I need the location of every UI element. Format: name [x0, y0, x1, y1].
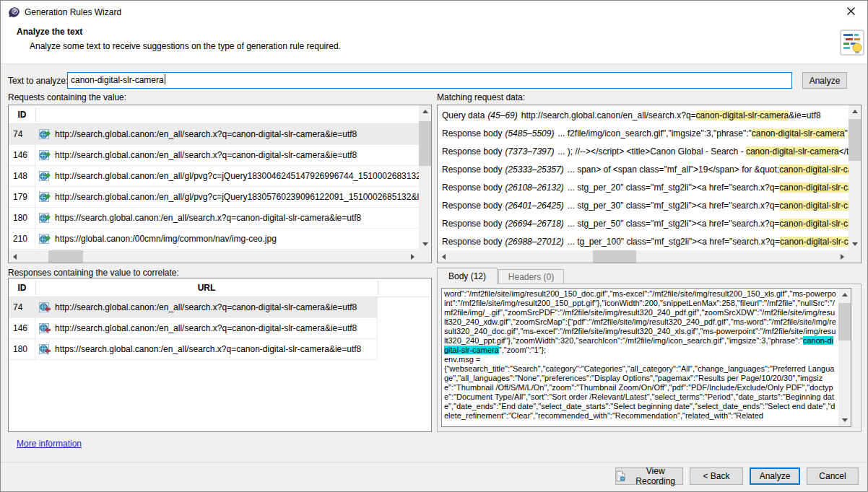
request-url-cell: http://search.global.canon:/en_all/gl/pv… — [35, 187, 419, 208]
response-url-text: http://search.global.canon:/en_all/searc… — [55, 323, 357, 333]
cancel-button[interactable]: Cancel — [807, 467, 859, 485]
scroll-down-arrow[interactable] — [419, 238, 431, 250]
back-button[interactable]: < Back — [690, 467, 743, 485]
view-recording-button[interactable]: View Recording — [615, 467, 683, 485]
scrollbar-thumb[interactable] — [48, 250, 83, 263]
match-offset-range: (26694–26718) — [505, 219, 563, 229]
web-response-icon — [39, 342, 51, 353]
request-id-cell: 179 — [9, 187, 35, 208]
scroll-right-arrow[interactable] — [836, 250, 849, 263]
requests-id-column-header[interactable]: ID — [9, 105, 35, 124]
scrollbar-thumb[interactable] — [593, 250, 636, 263]
match-offset-range: (26401–26425) — [505, 201, 563, 211]
match-location-label: Response body — [442, 201, 502, 211]
scrollbar-thumb[interactable] — [419, 121, 431, 166]
body-content-box[interactable]: word":"/mf2file/site/img/result200_150_d… — [441, 288, 851, 427]
matching-data-item[interactable]: Response body(7373–7397)... ); //--></sc… — [438, 143, 849, 161]
scroll-up-arrow[interactable] — [838, 289, 851, 301]
response-id-cell: 180 — [9, 339, 35, 360]
matching-horizontal-scrollbar[interactable] — [438, 250, 849, 263]
match-context-before: ... ); //--></script> <title>Canon Globa… — [557, 146, 745, 157]
request-url-text: https://search.global.canon:/en_all/sear… — [55, 213, 361, 223]
request-url-cell: https://search.global.canon:/en_all/sear… — [35, 208, 419, 229]
responses-url-column-header[interactable]: URL — [35, 278, 378, 297]
window-title: Generation Rules Wizard — [25, 7, 121, 17]
body-text-before: word":"/mf2file/site/img/result200_150_d… — [444, 289, 836, 345]
match-highlighted-value: canon-digital-slr-camera — [779, 164, 849, 175]
request-url-cell: http://search.global.canon:/en_all/gl/pv… — [35, 166, 419, 187]
analyze-button[interactable]: Analyze — [750, 467, 800, 485]
matching-data-item[interactable]: Response body(26988–27012)... tg_per_100… — [438, 233, 849, 250]
more-information-link[interactable]: More information — [17, 439, 82, 449]
responses-table-rows: 74 http://search.global.canon:/en_all/se… — [9, 297, 378, 360]
match-location-label: Response body — [442, 237, 502, 247]
response-row[interactable]: 146 http://search.global.canon:/en_all/s… — [9, 318, 378, 339]
responses-id-column-header[interactable]: ID — [9, 278, 35, 297]
scroll-left-arrow[interactable] — [438, 250, 450, 263]
match-highlighted-value: canon-digital-slr-camera — [780, 237, 849, 247]
scrollbar-thumb[interactable] — [838, 303, 851, 341]
match-context-before: http://search.global.canon/en_all/search… — [521, 110, 696, 120]
match-context-before: ... stg_per_20" class="mf_stg2li"><a hre… — [568, 183, 780, 193]
request-url-cell: http://search.global.canon:/en_all/searc… — [35, 145, 419, 166]
match-context-after: </title> < — [839, 146, 849, 157]
matching-data-item[interactable]: Response body(26401–26425)... stg_per_30… — [438, 197, 849, 215]
match-highlighted-value: canon-digital-slr-camera — [696, 110, 789, 120]
analyze-text-button[interactable]: Analyze — [802, 72, 847, 89]
scroll-up-arrow[interactable] — [849, 105, 861, 118]
text-caret — [165, 74, 165, 84]
match-highlighted-value: canon-digital-slr-camera — [779, 219, 849, 229]
scroll-down-arrow[interactable] — [849, 238, 861, 250]
matching-vertical-scrollbar[interactable] — [849, 105, 861, 250]
body-content-text: word":"/mf2file/site/img/result200_150_d… — [444, 289, 836, 426]
web-request-icon — [39, 127, 51, 139]
scroll-down-arrow[interactable] — [838, 414, 851, 426]
matching-data-item[interactable]: Response body(25333–25357)... span> of <… — [438, 161, 849, 179]
scrollbar-thumb[interactable] — [849, 119, 861, 161]
response-row[interactable]: 74 http://search.global.canon:/en_all/se… — [9, 297, 378, 318]
match-context-before: ... tg_per_100" class="mf_stg2li"><a hre… — [568, 237, 780, 247]
scroll-left-arrow[interactable] — [9, 250, 21, 263]
match-location-label: Response body — [442, 128, 502, 139]
scroll-up-arrow[interactable] — [419, 105, 431, 118]
requests-vertical-scrollbar[interactable] — [419, 105, 431, 250]
requests-table: ID 74 http://search.global.canon:/en_all… — [8, 105, 432, 263]
response-url-cell: https://search.global.canon:/en_all/sear… — [35, 339, 377, 360]
request-row[interactable]: 180 https://search.global.canon:/en_all/… — [9, 208, 419, 229]
body-vertical-scrollbar[interactable] — [838, 289, 851, 426]
matching-data-item[interactable]: Response body(26108–26132)... stg_per_20… — [438, 179, 849, 197]
tab-headers[interactable]: Headers (0) — [498, 269, 564, 284]
request-url-text: http://search.global.canon:/en_all/gl/pv… — [55, 171, 419, 181]
matching-data-item[interactable]: Response body(26694–26718)... stg_per_50… — [438, 215, 849, 233]
scroll-right-arrow[interactable] — [407, 250, 419, 263]
match-highlighted-value: canon-digital-slr-camera — [752, 128, 845, 139]
matching-data-list: Query data(45–69)http://search.global.ca… — [437, 105, 862, 263]
response-url-text: https://search.global.canon:/en_all/sear… — [55, 344, 361, 354]
matching-data-item[interactable]: Query data(45–69)http://search.global.ca… — [438, 107, 849, 125]
request-url-text: http://search.global.canon:/en_all/gl/pv… — [55, 192, 419, 202]
page-title: Analyze the text — [17, 27, 82, 37]
response-id-cell: 74 — [9, 297, 35, 318]
request-row[interactable]: 179 http://search.global.canon:/en_all/g… — [9, 187, 419, 208]
analyze-wizard-icon — [840, 30, 864, 56]
request-url-text: http://search.global.canon:/en_all/searc… — [55, 150, 357, 160]
requests-horizontal-scrollbar[interactable] — [9, 250, 419, 263]
request-row[interactable]: 148 http://search.global.canon:/en_all/g… — [9, 166, 419, 187]
match-location-label: Query data — [442, 110, 485, 120]
request-row[interactable]: 146 http://search.global.canon:/en_all/s… — [9, 145, 419, 166]
request-row[interactable]: 210 https://global.canon:/00cmn/img/comm… — [9, 229, 419, 250]
generation-rules-wizard-window: P Generation Rules Wizard Analyze the te… — [0, 0, 868, 492]
text-to-analyze-input[interactable]: canon-digital-slr-camera — [67, 72, 792, 89]
close-button[interactable] — [835, 1, 867, 22]
tab-body[interactable]: Body (12) — [437, 268, 498, 284]
match-offset-range: (7373–7397) — [505, 146, 554, 157]
match-offset-range: (26108–26132) — [505, 183, 563, 193]
match-location-label: Response body — [442, 146, 502, 157]
request-row[interactable]: 74 http://search.global.canon:/en_all/se… — [9, 124, 419, 145]
matching-data-item[interactable]: Response body(5485–5509)... f2file/img/i… — [438, 125, 849, 143]
match-location-label: Response body — [442, 219, 502, 229]
web-response-icon — [39, 300, 51, 312]
response-row[interactable]: 180 https://search.global.canon:/en_all/… — [9, 339, 378, 360]
response-url-text: http://search.global.canon:/en_all/searc… — [55, 302, 357, 312]
response-url-cell: http://search.global.canon:/en_all/searc… — [35, 318, 377, 339]
